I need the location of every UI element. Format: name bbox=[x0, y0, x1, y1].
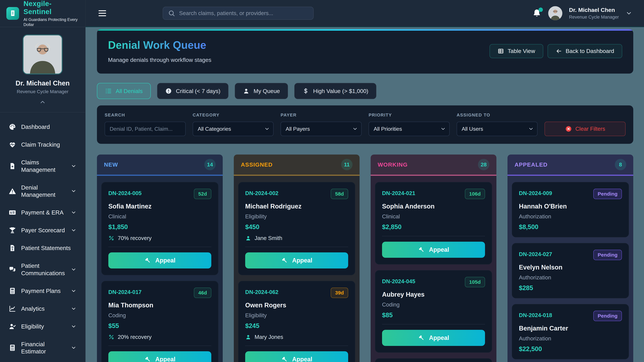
sidebar-item-payment-plans[interactable]: Payment Plans bbox=[4, 283, 81, 299]
page-title: Denial Work Queue bbox=[108, 39, 206, 51]
filter-select-assigned-to[interactable]: All Users bbox=[457, 122, 538, 136]
denial-category: Coding bbox=[382, 302, 485, 308]
appeal-button[interactable]: Appeal bbox=[382, 330, 485, 346]
global-search-input[interactable] bbox=[179, 10, 308, 16]
chevron-down-icon bbox=[71, 306, 76, 312]
profile-name: Dr. Michael Chen bbox=[3, 79, 82, 87]
sidebar: Nexgile-Sentinel AI Guardians Protecting… bbox=[0, 0, 86, 362]
patient-name: Hannah O'Brien bbox=[519, 203, 622, 210]
denial-category: Coding bbox=[108, 312, 211, 319]
denial-card[interactable]: DN-2024-06239dOwen RogersEligibility$245… bbox=[238, 281, 355, 362]
sidebar-nav: DashboardClaim TrackingClaims Management… bbox=[0, 112, 85, 362]
quick-filter-label: High Value (> $1,000) bbox=[313, 88, 368, 94]
table-view-button[interactable]: Table View bbox=[490, 44, 543, 58]
sidebar-item-payer-scorecard[interactable]: Payer Scorecard bbox=[4, 223, 81, 238]
patient-name: Sofia Martinez bbox=[108, 203, 211, 210]
kanban-column-new: NEW14DN-2024-00552dSofia MartinezClinica… bbox=[97, 155, 223, 362]
sidebar-item-patient-communications[interactable]: Patient Communications bbox=[4, 258, 81, 281]
comments-icon bbox=[9, 266, 16, 273]
column-title: APPEALED bbox=[514, 161, 548, 168]
quick-filter-high-value-1-000[interactable]: High Value (> $1,000) bbox=[294, 83, 376, 99]
appeal-button[interactable]: Appeal bbox=[245, 351, 348, 362]
profile-photo bbox=[23, 34, 62, 74]
app-tagline: AI Guardians Protecting Every Dollar bbox=[24, 17, 79, 27]
sidebar-item-claim-tracking[interactable]: Claim Tracking bbox=[4, 137, 81, 152]
appeal-button[interactable]: Appeal bbox=[108, 351, 211, 362]
sidebar-item-denial-management[interactable]: Denial Management bbox=[4, 180, 81, 203]
kanban-column-working: WORKING28DN-2024-021106dSophia AndersonC… bbox=[371, 155, 496, 362]
chevron-down-icon[interactable] bbox=[626, 10, 632, 16]
denial-card[interactable]: DN-2024-027PendingEvelyn NelsonAuthoriza… bbox=[512, 243, 629, 298]
denial-card[interactable]: DN-2024-021106dSophia AndersonClinical$2… bbox=[375, 182, 492, 265]
status-badge: Pending bbox=[593, 311, 622, 321]
calculator-icon bbox=[9, 287, 16, 295]
column-header: ASSIGNED11 bbox=[234, 155, 360, 176]
chevron-down-icon bbox=[71, 210, 76, 215]
app-root: Nexgile-Sentinel AI Guardians Protecting… bbox=[0, 0, 644, 362]
column-count-badge: 11 bbox=[341, 159, 352, 170]
brand: Nexgile-Sentinel AI Guardians Protecting… bbox=[0, 0, 85, 27]
file-medical-icon bbox=[9, 162, 16, 170]
quick-filter-critical-7-days[interactable]: Critical (< 7 days) bbox=[157, 83, 228, 99]
avatar[interactable] bbox=[548, 6, 562, 20]
denial-card[interactable]: DN-2024-053103dSebastian WardClinical bbox=[375, 358, 492, 362]
percent-icon bbox=[108, 334, 114, 340]
denial-card[interactable]: DN-2024-018PendingBenjamin CarterAuthori… bbox=[512, 304, 629, 359]
page-actions: Table View Back to Dashboard bbox=[490, 44, 622, 58]
appeal-button[interactable]: Appeal bbox=[245, 252, 348, 269]
chevron-down-icon bbox=[71, 267, 76, 272]
denial-amount: $285 bbox=[519, 284, 622, 292]
appeal-button[interactable]: Appeal bbox=[382, 242, 485, 258]
quick-filter-label: My Queue bbox=[254, 88, 280, 94]
sidebar-item-analytics[interactable]: Analytics bbox=[4, 301, 81, 317]
denial-card[interactable]: DN-2024-00552dSofia MartinezClinical$1,8… bbox=[101, 182, 218, 275]
denial-amount: $245 bbox=[245, 322, 348, 330]
chevron-up-icon[interactable] bbox=[39, 99, 46, 105]
app-logo bbox=[6, 7, 19, 20]
sidebar-item-eligibility[interactable]: Eligibility bbox=[4, 319, 81, 334]
denial-card[interactable]: DN-2024-009PendingHannah O'BrienAuthoriz… bbox=[512, 182, 629, 237]
filter-search-input[interactable] bbox=[105, 122, 186, 136]
sidebar-item-label: Eligibility bbox=[21, 323, 44, 330]
sidebar-item-dashboard[interactable]: Dashboard bbox=[4, 119, 81, 135]
sidebar-item-patient-statements[interactable]: $Patient Statements bbox=[4, 240, 81, 256]
notifications-button[interactable] bbox=[532, 8, 542, 18]
sidebar-item-claims-management[interactable]: Claims Management bbox=[4, 155, 81, 177]
menu-icon[interactable] bbox=[97, 8, 107, 18]
sidebar-item-financial-estimator[interactable]: Financial Estimator bbox=[4, 337, 81, 359]
filter-select-payer[interactable]: All Payers bbox=[280, 122, 362, 136]
filter-assigned-to: ASSIGNED TOAll Users bbox=[457, 112, 538, 136]
filter-select-category[interactable]: All Categories bbox=[193, 122, 274, 136]
back-to-dashboard-button[interactable]: Back to Dashboard bbox=[548, 44, 622, 58]
denial-card[interactable]: DN-2024-00258dMichael RodriguezEligibili… bbox=[238, 182, 355, 275]
quick-filter-my-queue[interactable]: My Queue bbox=[235, 83, 288, 99]
clear-filters-button[interactable]: Clear Filters bbox=[544, 122, 626, 136]
column-body: DN-2024-021106dSophia AndersonClinical$2… bbox=[371, 176, 496, 362]
column-body: DN-2024-00552dSofia MartinezClinical$1,8… bbox=[97, 176, 223, 362]
appeal-button[interactable]: Appeal bbox=[108, 252, 211, 269]
denial-amount: $450 bbox=[245, 223, 348, 231]
sidebar-item-label: Dashboard bbox=[21, 123, 50, 131]
filter-search: SEARCH bbox=[105, 112, 186, 136]
quick-filter-all-denials[interactable]: All Denials bbox=[97, 83, 151, 99]
filter-category: CATEGORYAll Categories bbox=[193, 112, 274, 136]
column-count-badge: 28 bbox=[478, 159, 489, 170]
gavel-icon bbox=[144, 257, 151, 264]
denial-card[interactable]: DN-2024-045105dAubrey HayesCoding$85Appe… bbox=[375, 270, 492, 353]
sidebar-profile: Dr. Michael Chen Revenue Cycle Manager bbox=[0, 27, 85, 112]
status-badge: Pending bbox=[593, 250, 622, 260]
denial-amount: $8,500 bbox=[519, 223, 622, 231]
filter-select-priority[interactable]: All Priorities bbox=[368, 122, 450, 136]
sidebar-item-payment-era[interactable]: $Payment & ERA bbox=[4, 205, 81, 220]
appeal-label: Appeal bbox=[429, 246, 449, 253]
column-header: WORKING28 bbox=[371, 155, 496, 176]
clear-filters-label: Clear Filters bbox=[576, 126, 605, 132]
denial-category: Eligibility bbox=[245, 213, 348, 220]
table-view-label: Table View bbox=[508, 48, 535, 54]
filter-label: ASSIGNED TO bbox=[457, 112, 538, 118]
chevron-down-icon bbox=[71, 163, 76, 169]
denial-card[interactable]: DN-2024-01746dMia ThompsonCoding$5520% r… bbox=[101, 281, 218, 362]
column-body: DN-2024-009PendingHannah O'BrienAuthoriz… bbox=[508, 176, 633, 362]
file-invoice-dollar-icon: $ bbox=[9, 244, 16, 252]
user-icon bbox=[243, 88, 250, 94]
